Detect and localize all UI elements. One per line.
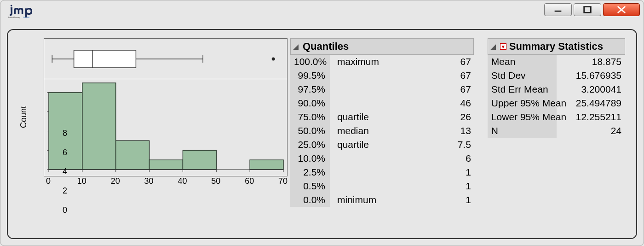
stat-value: 15.676935 bbox=[557, 69, 625, 82]
x-tick-label: 10 bbox=[77, 176, 86, 186]
x-tick-label: 40 bbox=[178, 176, 187, 186]
quantile-percent: 10.0% bbox=[290, 152, 330, 165]
quantile-label: quartile bbox=[330, 138, 442, 152]
quantile-value: 1 bbox=[442, 165, 474, 179]
svg-rect-15 bbox=[150, 160, 183, 170]
y-tick-label: 8 bbox=[56, 128, 67, 138]
close-button[interactable] bbox=[603, 3, 640, 16]
svg-text:From SAS.: From SAS. bbox=[23, 17, 29, 18]
quantile-percent: 50.0% bbox=[290, 124, 330, 138]
svg-rect-16 bbox=[183, 150, 216, 170]
svg-point-0 bbox=[11, 5, 12, 7]
stat-name: Std Dev bbox=[488, 69, 557, 82]
quantile-label bbox=[330, 165, 442, 179]
quantile-value: 7.5 bbox=[442, 138, 474, 152]
stat-name: Upper 95% Mean bbox=[488, 96, 557, 110]
quantile-label: median bbox=[330, 124, 442, 138]
quantiles-header[interactable]: ◢ Quantiles bbox=[290, 38, 474, 55]
app-window: Statistical Discovery. From SAS. Count bbox=[0, 0, 644, 246]
disclosure-icon: ◢ bbox=[491, 43, 497, 50]
boxplot-svg bbox=[44, 39, 288, 79]
x-axis-ticks: 010203040506070 bbox=[44, 176, 288, 188]
stat-name: Mean bbox=[488, 55, 557, 69]
disclosure-icon: ◢ bbox=[293, 43, 300, 50]
svg-rect-9 bbox=[74, 50, 136, 68]
quantile-value: 26 bbox=[442, 110, 474, 124]
y-tick-label: 6 bbox=[56, 147, 67, 157]
quantile-percent: 0.5% bbox=[290, 179, 330, 193]
x-tick-label: 30 bbox=[144, 176, 154, 186]
maximize-button[interactable] bbox=[574, 3, 601, 16]
quantile-value: 13 bbox=[442, 124, 474, 138]
y-axis-label: Count bbox=[19, 106, 29, 128]
svg-point-11 bbox=[272, 58, 275, 61]
jmp-logo: Statistical Discovery. From SAS. bbox=[6, 3, 38, 19]
quantile-label bbox=[330, 152, 442, 165]
y-tick-label: 0 bbox=[56, 205, 67, 215]
x-tick-label: 70 bbox=[278, 176, 288, 186]
quantiles-title: Quantiles bbox=[303, 41, 349, 53]
summary-stats-header[interactable]: ◢ ▾ Summary Statistics bbox=[488, 38, 625, 55]
quantile-value: 67 bbox=[442, 82, 474, 96]
minimize-button[interactable] bbox=[544, 3, 572, 16]
x-tick-label: 20 bbox=[111, 176, 120, 186]
histogram: 02468 bbox=[44, 79, 287, 176]
boxplot bbox=[44, 39, 287, 79]
quantiles-panel: ◢ Quantiles 100.0%maximum6799.5%6797.5%6… bbox=[290, 38, 474, 207]
svg-rect-13 bbox=[82, 83, 116, 170]
svg-rect-17 bbox=[250, 160, 283, 170]
y-axis-ticks: 02468 bbox=[56, 120, 67, 217]
quantile-label bbox=[330, 69, 442, 82]
summary-stats-table: Mean18.875Std Dev15.676935Std Err Mean3.… bbox=[488, 55, 625, 138]
stat-name: Lower 95% Mean bbox=[488, 110, 557, 124]
content-frame: Count 02468 010203040506070 ◢ Quantiles … bbox=[7, 29, 637, 239]
quantile-percent: 90.0% bbox=[290, 96, 330, 110]
quantile-value: 6 bbox=[442, 152, 474, 165]
x-tick-label: 0 bbox=[46, 176, 51, 186]
svg-rect-4 bbox=[584, 7, 591, 13]
y-tick-label: 4 bbox=[56, 167, 67, 176]
quantile-percent: 2.5% bbox=[290, 165, 330, 179]
quantile-percent: 100.0% bbox=[290, 55, 330, 69]
svg-rect-3 bbox=[555, 11, 562, 12]
quantile-label: maximum bbox=[330, 55, 442, 69]
quantile-label bbox=[330, 96, 442, 110]
menu-icon[interactable]: ▾ bbox=[500, 43, 506, 50]
quantile-percent: 0.0% bbox=[290, 193, 330, 207]
quantile-percent: 25.0% bbox=[290, 138, 330, 152]
chart-box: 02468 bbox=[44, 38, 288, 176]
quantile-label bbox=[330, 82, 442, 96]
quantile-value: 67 bbox=[442, 55, 474, 69]
x-tick-label: 50 bbox=[211, 176, 220, 186]
stat-value: 3.200041 bbox=[557, 82, 625, 96]
chart-area: Count 02468 010203040506070 bbox=[19, 38, 276, 176]
quantile-label bbox=[330, 179, 442, 193]
stat-name: Std Err Mean bbox=[488, 82, 557, 96]
quantile-percent: 99.5% bbox=[290, 69, 330, 82]
quantile-value: 67 bbox=[442, 69, 474, 82]
svg-text:Statistical Discovery.: Statistical Discovery. bbox=[8, 17, 21, 18]
titlebar: Statistical Discovery. From SAS. bbox=[0, 0, 644, 23]
quantile-value: 1 bbox=[442, 193, 474, 207]
stat-value: 12.255211 bbox=[557, 110, 625, 124]
histogram-svg bbox=[44, 79, 288, 176]
quantile-label: minimum bbox=[330, 193, 442, 207]
window-buttons bbox=[542, 3, 640, 16]
quantile-percent: 75.0% bbox=[290, 110, 330, 124]
quantiles-table: 100.0%maximum6799.5%6797.5%6790.0%4675.0… bbox=[290, 55, 474, 207]
svg-rect-14 bbox=[116, 141, 150, 170]
quantile-percent: 97.5% bbox=[290, 82, 330, 96]
stat-value: 18.875 bbox=[557, 55, 625, 69]
stat-value: 24 bbox=[557, 124, 625, 138]
summary-stats-panel: ◢ ▾ Summary Statistics Mean18.875Std Dev… bbox=[488, 38, 625, 138]
quantile-value: 46 bbox=[442, 96, 474, 110]
stat-name: N bbox=[488, 124, 557, 138]
stat-value: 25.494789 bbox=[557, 96, 625, 110]
summary-stats-title: Summary Statistics bbox=[509, 41, 603, 53]
quantile-value: 1 bbox=[442, 179, 474, 193]
quantile-label: quartile bbox=[330, 110, 442, 124]
x-tick-label: 60 bbox=[245, 176, 254, 186]
